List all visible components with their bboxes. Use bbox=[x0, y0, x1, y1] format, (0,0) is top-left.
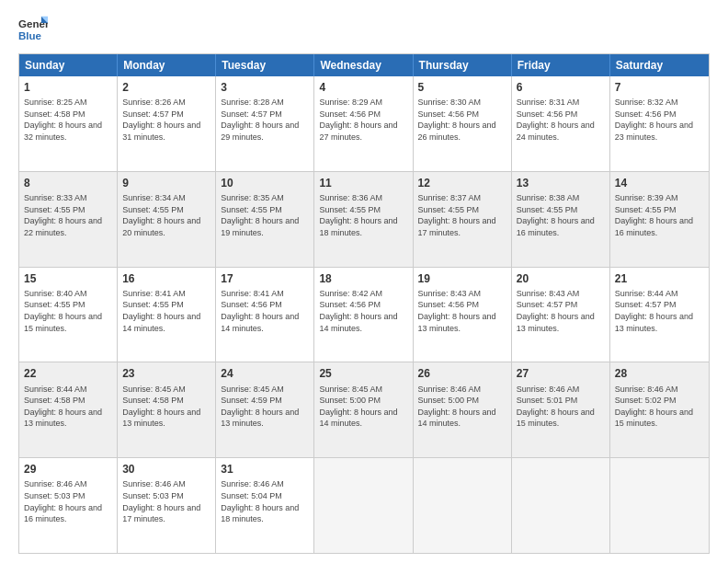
day-number: 20 bbox=[517, 271, 605, 286]
cal-cell-day-31: 31Sunrise: 8:46 AM Sunset: 5:04 PM Dayli… bbox=[216, 458, 314, 553]
day-number: 24 bbox=[221, 366, 309, 381]
cal-cell-empty bbox=[512, 458, 610, 553]
calendar-body: 1Sunrise: 8:25 AM Sunset: 4:58 PM Daylig… bbox=[19, 76, 709, 553]
calendar-row-4: 29Sunrise: 8:46 AM Sunset: 5:03 PM Dayli… bbox=[19, 457, 709, 553]
day-info: Sunrise: 8:43 AM Sunset: 4:56 PM Dayligh… bbox=[418, 288, 506, 334]
day-info: Sunrise: 8:31 AM Sunset: 4:56 PM Dayligh… bbox=[517, 97, 605, 143]
day-info: Sunrise: 8:44 AM Sunset: 4:57 PM Dayligh… bbox=[615, 288, 704, 334]
day-number: 15 bbox=[24, 271, 112, 286]
day-number: 19 bbox=[418, 271, 506, 286]
calendar-row-1: 8Sunrise: 8:33 AM Sunset: 4:55 PM Daylig… bbox=[19, 171, 709, 267]
day-number: 9 bbox=[122, 176, 210, 190]
cal-cell-day-24: 24Sunrise: 8:45 AM Sunset: 4:59 PM Dayli… bbox=[216, 362, 314, 457]
day-info: Sunrise: 8:46 AM Sunset: 5:02 PM Dayligh… bbox=[615, 384, 704, 430]
day-info: Sunrise: 8:45 AM Sunset: 4:58 PM Dayligh… bbox=[122, 384, 210, 430]
header-day-monday: Monday bbox=[118, 54, 216, 76]
calendar: SundayMondayTuesdayWednesdayThursdayFrid… bbox=[18, 53, 710, 554]
cal-cell-day-27: 27Sunrise: 8:46 AM Sunset: 5:01 PM Dayli… bbox=[512, 362, 610, 457]
day-info: Sunrise: 8:41 AM Sunset: 4:55 PM Dayligh… bbox=[122, 288, 210, 334]
day-info: Sunrise: 8:40 AM Sunset: 4:55 PM Dayligh… bbox=[24, 288, 112, 334]
day-number: 23 bbox=[122, 366, 210, 381]
day-number: 8 bbox=[24, 176, 112, 190]
day-number: 5 bbox=[418, 80, 506, 95]
cal-cell-day-14: 14Sunrise: 8:39 AM Sunset: 4:55 PM Dayli… bbox=[610, 172, 709, 267]
day-info: Sunrise: 8:45 AM Sunset: 5:00 PM Dayligh… bbox=[319, 384, 407, 430]
cal-cell-day-28: 28Sunrise: 8:46 AM Sunset: 5:02 PM Dayli… bbox=[610, 362, 709, 457]
day-info: Sunrise: 8:28 AM Sunset: 4:57 PM Dayligh… bbox=[221, 97, 309, 143]
day-info: Sunrise: 8:29 AM Sunset: 4:56 PM Dayligh… bbox=[319, 97, 407, 143]
day-info: Sunrise: 8:33 AM Sunset: 4:55 PM Dayligh… bbox=[24, 192, 112, 238]
cal-cell-day-8: 8Sunrise: 8:33 AM Sunset: 4:55 PM Daylig… bbox=[19, 172, 118, 267]
day-number: 21 bbox=[615, 271, 704, 286]
cal-cell-day-19: 19Sunrise: 8:43 AM Sunset: 4:56 PM Dayli… bbox=[414, 268, 512, 362]
day-info: Sunrise: 8:46 AM Sunset: 5:03 PM Dayligh… bbox=[24, 478, 112, 524]
day-number: 25 bbox=[319, 366, 407, 381]
cal-cell-day-9: 9Sunrise: 8:34 AM Sunset: 4:55 PM Daylig… bbox=[118, 172, 216, 267]
day-number: 12 bbox=[418, 176, 506, 190]
day-info: Sunrise: 8:44 AM Sunset: 4:58 PM Dayligh… bbox=[24, 384, 112, 430]
cal-cell-day-26: 26Sunrise: 8:46 AM Sunset: 5:00 PM Dayli… bbox=[414, 362, 512, 457]
header-day-saturday: Saturday bbox=[610, 54, 709, 76]
day-info: Sunrise: 8:46 AM Sunset: 5:00 PM Dayligh… bbox=[418, 384, 506, 430]
day-number: 3 bbox=[221, 80, 309, 95]
header-day-sunday: Sunday bbox=[19, 54, 118, 76]
day-number: 31 bbox=[221, 462, 309, 477]
day-number: 11 bbox=[319, 176, 407, 190]
day-info: Sunrise: 8:43 AM Sunset: 4:57 PM Dayligh… bbox=[517, 288, 605, 334]
calendar-row-0: 1Sunrise: 8:25 AM Sunset: 4:58 PM Daylig… bbox=[19, 76, 709, 171]
day-number: 10 bbox=[221, 176, 309, 190]
header-day-friday: Friday bbox=[512, 54, 610, 76]
day-info: Sunrise: 8:25 AM Sunset: 4:58 PM Dayligh… bbox=[24, 97, 112, 143]
cal-cell-day-23: 23Sunrise: 8:45 AM Sunset: 4:58 PM Dayli… bbox=[118, 362, 216, 457]
day-info: Sunrise: 8:42 AM Sunset: 4:56 PM Dayligh… bbox=[319, 288, 407, 334]
day-number: 2 bbox=[122, 80, 210, 95]
cal-cell-day-16: 16Sunrise: 8:41 AM Sunset: 4:55 PM Dayli… bbox=[118, 268, 216, 362]
day-info: Sunrise: 8:45 AM Sunset: 4:59 PM Dayligh… bbox=[221, 384, 309, 430]
cal-cell-day-5: 5Sunrise: 8:30 AM Sunset: 4:56 PM Daylig… bbox=[414, 76, 512, 171]
day-number: 22 bbox=[24, 366, 112, 381]
cal-cell-day-7: 7Sunrise: 8:32 AM Sunset: 4:56 PM Daylig… bbox=[610, 76, 709, 171]
day-number: 26 bbox=[418, 366, 506, 381]
cal-cell-day-1: 1Sunrise: 8:25 AM Sunset: 4:58 PM Daylig… bbox=[19, 76, 118, 171]
cal-cell-day-25: 25Sunrise: 8:45 AM Sunset: 5:00 PM Dayli… bbox=[314, 362, 413, 457]
header-day-thursday: Thursday bbox=[414, 54, 512, 76]
cal-cell-day-17: 17Sunrise: 8:41 AM Sunset: 4:56 PM Dayli… bbox=[216, 268, 314, 362]
calendar-header: SundayMondayTuesdayWednesdayThursdayFrid… bbox=[19, 54, 709, 76]
day-info: Sunrise: 8:39 AM Sunset: 4:55 PM Dayligh… bbox=[615, 192, 704, 238]
header-day-tuesday: Tuesday bbox=[216, 54, 314, 76]
day-info: Sunrise: 8:46 AM Sunset: 5:03 PM Dayligh… bbox=[122, 478, 210, 524]
logo: General Blue bbox=[18, 15, 48, 44]
cal-cell-day-6: 6Sunrise: 8:31 AM Sunset: 4:56 PM Daylig… bbox=[512, 76, 610, 171]
day-number: 27 bbox=[517, 366, 605, 381]
day-number: 30 bbox=[122, 462, 210, 477]
day-info: Sunrise: 8:30 AM Sunset: 4:56 PM Dayligh… bbox=[418, 97, 506, 143]
cal-cell-day-4: 4Sunrise: 8:29 AM Sunset: 4:56 PM Daylig… bbox=[314, 76, 413, 171]
cal-cell-day-21: 21Sunrise: 8:44 AM Sunset: 4:57 PM Dayli… bbox=[610, 268, 709, 362]
day-info: Sunrise: 8:34 AM Sunset: 4:55 PM Dayligh… bbox=[122, 192, 210, 238]
cal-cell-day-22: 22Sunrise: 8:44 AM Sunset: 4:58 PM Dayli… bbox=[19, 362, 118, 457]
page-header: General Blue bbox=[18, 15, 710, 44]
calendar-row-3: 22Sunrise: 8:44 AM Sunset: 4:58 PM Dayli… bbox=[19, 362, 709, 457]
day-info: Sunrise: 8:35 AM Sunset: 4:55 PM Dayligh… bbox=[221, 192, 309, 238]
cal-cell-empty bbox=[414, 458, 512, 553]
day-number: 7 bbox=[615, 80, 704, 95]
day-number: 16 bbox=[122, 271, 210, 286]
day-info: Sunrise: 8:46 AM Sunset: 5:01 PM Dayligh… bbox=[517, 384, 605, 430]
day-number: 28 bbox=[615, 366, 704, 381]
cal-cell-day-11: 11Sunrise: 8:36 AM Sunset: 4:55 PM Dayli… bbox=[314, 172, 413, 267]
logo-icon: General Blue bbox=[18, 15, 48, 44]
cal-cell-day-13: 13Sunrise: 8:38 AM Sunset: 4:55 PM Dayli… bbox=[512, 172, 610, 267]
day-number: 18 bbox=[319, 271, 407, 286]
cal-cell-day-29: 29Sunrise: 8:46 AM Sunset: 5:03 PM Dayli… bbox=[19, 458, 118, 553]
day-info: Sunrise: 8:37 AM Sunset: 4:55 PM Dayligh… bbox=[418, 192, 506, 238]
header-day-wednesday: Wednesday bbox=[314, 54, 413, 76]
svg-text:Blue: Blue bbox=[18, 30, 42, 41]
day-number: 4 bbox=[319, 80, 407, 95]
day-number: 1 bbox=[24, 80, 112, 95]
cal-cell-day-3: 3Sunrise: 8:28 AM Sunset: 4:57 PM Daylig… bbox=[216, 76, 314, 171]
cal-cell-day-12: 12Sunrise: 8:37 AM Sunset: 4:55 PM Dayli… bbox=[414, 172, 512, 267]
cal-cell-empty bbox=[314, 458, 413, 553]
day-number: 13 bbox=[517, 176, 605, 190]
day-number: 14 bbox=[615, 176, 704, 190]
calendar-row-2: 15Sunrise: 8:40 AM Sunset: 4:55 PM Dayli… bbox=[19, 267, 709, 362]
